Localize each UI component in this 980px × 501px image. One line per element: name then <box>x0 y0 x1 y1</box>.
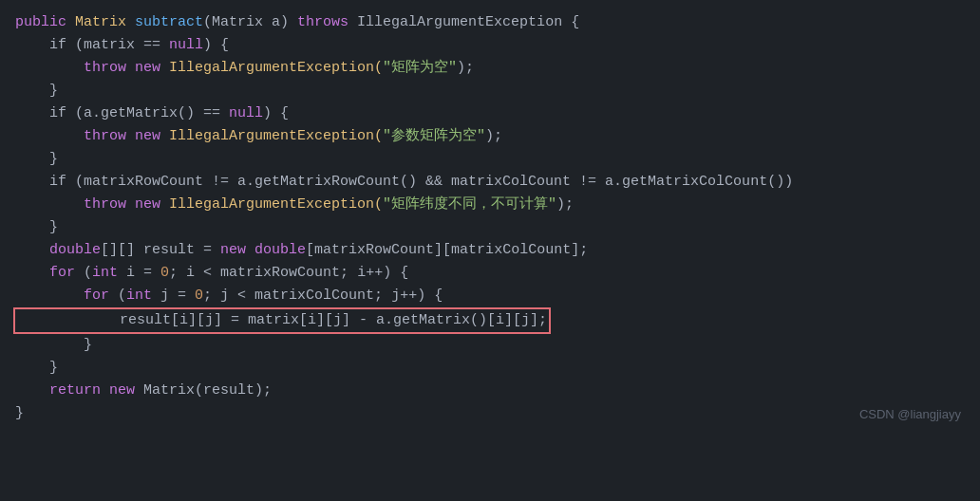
code-line: double[][] result = new double[matrixRow… <box>15 239 965 262</box>
code-content: public Matrix subtract(Matrix a) throws … <box>15 11 965 425</box>
code-editor: public Matrix subtract(Matrix a) throws … <box>0 0 980 436</box>
code-line: } <box>15 334 965 357</box>
code-line: } <box>15 216 965 239</box>
code-line: for (int i = 0; i < matrixRowCount; i++)… <box>15 262 965 285</box>
code-line: for (int j = 0; j < matrixColCount; j++)… <box>15 285 965 307</box>
code-line: if (matrixRowCount != a.getMatrixRowCoun… <box>15 171 965 194</box>
code-line: } <box>15 402 965 425</box>
code-line: throw new IllegalArgumentException("参数矩阵… <box>15 125 965 148</box>
code-line: } <box>15 80 965 102</box>
code-line: result[i][j] = matrix[i][j] - a.getMatri… <box>15 307 965 334</box>
code-line: } <box>15 148 965 171</box>
code-line: } <box>15 357 965 380</box>
code-line: if (a.getMatrix() == null) { <box>15 102 965 125</box>
code-line: return new Matrix(result); <box>15 380 965 402</box>
code-line: if (matrix == null) { <box>15 34 965 57</box>
watermark: CSDN @liangjiayy <box>859 405 961 425</box>
code-line: throw new IllegalArgumentException("矩阵为空… <box>15 57 965 80</box>
code-line: public Matrix subtract(Matrix a) throws … <box>15 11 965 34</box>
highlighted-code: result[i][j] = matrix[i][j] - a.getMatri… <box>13 307 551 334</box>
code-line: throw new IllegalArgumentException("矩阵纬度… <box>15 194 965 216</box>
